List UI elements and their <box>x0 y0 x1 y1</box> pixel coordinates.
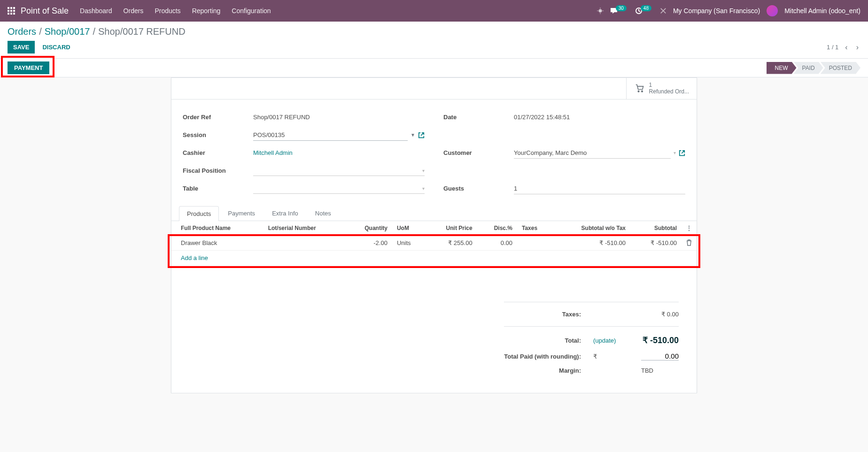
external-link-icon[interactable] <box>418 132 425 138</box>
chevron-down-icon[interactable]: ▾ <box>422 186 425 191</box>
messages-button[interactable]: 30 <box>610 7 628 15</box>
totals-section: Taxes: ₹ 0.00 Total: (update) ₹ -510.00 … <box>171 289 697 393</box>
studio-icon[interactable] <box>660 8 666 14</box>
th-subtotal-wo[interactable]: Subtotal w/o Tax <box>553 221 630 236</box>
add-line-link[interactable]: Add a line <box>171 250 697 265</box>
company-selector[interactable]: My Company (San Francisco) <box>673 7 760 15</box>
svg-rect-2 <box>13 7 15 9</box>
table-input[interactable]: ▾ <box>253 184 425 194</box>
cell-subtotal-wo[interactable]: ₹ -510.00 <box>553 235 630 250</box>
refunded-orders-button[interactable]: 1 Refunded Ord... <box>626 78 697 99</box>
fiscal-input[interactable]: ▾ <box>253 166 425 176</box>
tab-extra-info[interactable]: Extra Info <box>264 206 306 221</box>
activities-badge: 48 <box>641 5 651 11</box>
cell-disc[interactable]: 0.00 <box>477 235 517 250</box>
navbar: Point of Sale Dashboard Orders Products … <box>0 0 868 22</box>
svg-point-16 <box>641 91 643 92</box>
value-cashier[interactable]: Mitchell Admin <box>253 149 425 156</box>
kebab-icon[interactable]: ⋮ <box>682 221 697 236</box>
label-table: Table <box>183 185 253 192</box>
taxes-value: ₹ 0.00 <box>636 308 684 321</box>
table-row[interactable]: Drawer Black -2.00 Units ₹ 255.00 0.00 ₹… <box>171 235 697 250</box>
guests-input[interactable] <box>514 183 685 194</box>
crumb-sep2: / <box>93 26 95 37</box>
cell-unit-price[interactable]: ₹ 255.00 <box>426 235 477 250</box>
update-link[interactable]: (update) <box>593 337 616 344</box>
pager: 1 / 1 ‹ › <box>827 41 860 54</box>
margin-label: Margin: <box>498 364 587 377</box>
th-qty[interactable]: Quantity <box>346 221 392 236</box>
value-order-ref: Shop/0017 REFUND <box>253 114 425 121</box>
chevron-down-icon[interactable]: ▼ <box>411 132 415 138</box>
tab-notes[interactable]: Notes <box>307 206 339 221</box>
svg-rect-4 <box>10 10 12 12</box>
chevron-down-icon[interactable]: ▾ <box>422 168 425 173</box>
total-label: Total: <box>498 332 587 348</box>
save-button[interactable]: SAVE <box>8 41 35 54</box>
crumb-orders[interactable]: Orders <box>8 26 36 37</box>
status-paid[interactable]: PAID <box>794 62 823 74</box>
cell-lot[interactable] <box>264 235 346 250</box>
cell-name[interactable]: Drawer Black <box>171 235 264 250</box>
order-lines-table: Full Product Name Lot/serial Number Quan… <box>171 221 697 289</box>
nav-reporting[interactable]: Reporting <box>192 7 221 15</box>
margin-value: TBD <box>636 364 684 377</box>
cart-icon <box>634 84 645 93</box>
tab-payments[interactable]: Payments <box>220 206 263 221</box>
payment-button[interactable]: PAYMENT <box>8 61 49 74</box>
chevron-down-icon[interactable]: ▾ <box>674 150 676 155</box>
th-name[interactable]: Full Product Name <box>171 221 264 236</box>
th-disc[interactable]: Disc.% <box>477 221 517 236</box>
avatar[interactable] <box>767 5 778 16</box>
value-date: 01/27/2022 15:48:51 <box>514 114 685 121</box>
navbar-right: 30 48 My Company (San Francisco) Mitchel… <box>597 5 860 16</box>
label-date: Date <box>443 114 514 121</box>
th-lot[interactable]: Lot/serial Number <box>264 221 346 236</box>
cell-uom[interactable]: Units <box>392 235 426 250</box>
status-steps: NEW PAID POSTED <box>767 62 860 74</box>
pager-next-icon[interactable]: › <box>854 41 860 54</box>
th-taxes[interactable]: Taxes <box>517 221 553 236</box>
form-sheet: 1 Refunded Ord... Order Ref Shop/0017 RE… <box>171 77 697 393</box>
svg-rect-3 <box>8 10 9 12</box>
nav-products[interactable]: Products <box>155 7 180 15</box>
th-subtotal[interactable]: Subtotal <box>630 221 682 236</box>
label-customer: Customer <box>443 149 514 156</box>
svg-rect-0 <box>8 7 9 9</box>
pager-prev-icon[interactable]: ‹ <box>843 41 849 54</box>
session-input[interactable] <box>253 130 408 141</box>
activities-button[interactable]: 48 <box>635 7 653 15</box>
discard-button[interactable]: DISCARD <box>39 41 74 54</box>
cell-subtotal[interactable]: ₹ -510.00 <box>630 235 682 250</box>
cell-qty[interactable]: -2.00 <box>346 235 392 250</box>
cell-taxes[interactable] <box>517 235 553 250</box>
brand-title[interactable]: Point of Sale <box>21 6 69 16</box>
tabs: Products Payments Extra Info Notes <box>171 206 697 221</box>
th-uom[interactable]: UoM <box>392 221 426 236</box>
th-unit-price[interactable]: Unit Price <box>426 221 477 236</box>
bug-icon[interactable] <box>597 8 604 14</box>
label-session: Session <box>183 131 253 138</box>
customer-input[interactable] <box>514 147 671 159</box>
taxes-label: Taxes: <box>498 308 587 321</box>
external-link-icon[interactable] <box>679 150 685 156</box>
status-posted[interactable]: POSTED <box>821 62 860 74</box>
add-line-row[interactable]: Add a line <box>171 250 697 265</box>
status-new[interactable]: NEW <box>767 62 797 74</box>
crumb-parent[interactable]: Shop/0017 <box>45 26 90 37</box>
stat-count: 1 <box>649 82 689 88</box>
user-menu[interactable]: Mitchell Admin (odoo_ent) <box>784 7 860 15</box>
apps-icon[interactable] <box>8 7 15 15</box>
nav-dashboard[interactable]: Dashboard <box>80 7 112 15</box>
status-bar: PAYMENT NEW PAID POSTED <box>0 59 868 77</box>
trash-icon[interactable] <box>686 239 692 246</box>
tab-products[interactable]: Products <box>179 206 219 221</box>
paid-input[interactable] <box>641 352 679 360</box>
svg-rect-7 <box>10 13 12 15</box>
messages-badge: 30 <box>616 5 627 11</box>
nav-orders[interactable]: Orders <box>124 7 144 15</box>
nav-configuration[interactable]: Configuration <box>232 7 271 15</box>
crumb-sep: / <box>39 26 42 37</box>
svg-rect-1 <box>10 7 12 9</box>
label-guests: Guests <box>443 185 514 192</box>
